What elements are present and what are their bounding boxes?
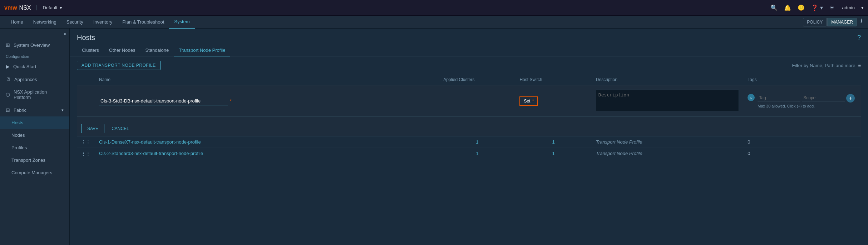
manager-button[interactable]: MANAGER [827, 18, 857, 26]
edit-row-host-switch-cell: Set * [515, 85, 591, 117]
bell-icon[interactable]: 🔔 [784, 4, 791, 11]
top-nav-bar: vmw NSX Default ▾ 🔍 🔔 🙂 ❓ ▾ ☀ admin ▾ [0, 0, 868, 16]
name-input[interactable] [99, 97, 228, 105]
sidebar-item-compute-managers[interactable]: Compute Managers [0, 166, 69, 179]
sidebar-label-nodes: Nodes [11, 132, 25, 138]
add-transport-node-profile-button[interactable]: ADD TRANSPORT NODE PROFILE [77, 61, 161, 70]
set-required-star: * [532, 99, 534, 104]
filter-placeholder: Filter by Name, Path and more [792, 63, 855, 68]
sidebar-label-appliances: Appliances [14, 77, 37, 82]
menu-bar: Home Networking Security Inventory Plan … [0, 16, 868, 29]
sidebar-item-quick-start[interactable]: ▶ Quick Start [0, 60, 69, 73]
row2-host-switch: 1 [515, 148, 591, 159]
col-header-description: Description [592, 74, 743, 85]
sidebar-label-system-overview: System Overview [14, 42, 50, 48]
name-required-star: * [230, 98, 232, 104]
action-buttons-cell: SAVE CANCEL [77, 117, 861, 136]
filter-area: Filter by Name, Path and more ≡ [792, 63, 861, 68]
product-label: NSX [19, 5, 31, 11]
sidebar-item-transport-zones[interactable]: Transport Zones [0, 154, 69, 166]
row1-name[interactable]: Cls-1-DenseX7-nsx-default-transport-node… [95, 136, 439, 148]
nsx-app-icon: ⬡ [6, 92, 10, 98]
sidebar-item-appliances[interactable]: 🖥 Appliances [0, 73, 69, 86]
row2-description: Transport Node Profile [592, 148, 743, 159]
menu-security[interactable]: Security [61, 16, 88, 29]
quick-start-icon: ▶ [6, 64, 10, 69]
table-edit-row: * Set * [77, 85, 861, 117]
edit-row-tags-cell: ○ + Max 30 allowed. Click (+) to add. [743, 85, 861, 117]
menu-plan[interactable]: Plan & Troubleshoot [117, 16, 169, 29]
filter-icon[interactable]: ≡ [858, 63, 861, 68]
add-tag-button[interactable]: + [846, 94, 855, 102]
system-overview-icon: ⊞ [6, 42, 10, 48]
row2-tags: 0 [743, 148, 861, 159]
sidebar-label-profiles: Profiles [11, 145, 27, 150]
scope-input[interactable] [802, 95, 845, 101]
tag-input[interactable] [758, 95, 800, 101]
menu-system[interactable]: System [169, 16, 194, 29]
edit-row-name-cell: * [95, 85, 439, 117]
policy-button[interactable]: POLICY [803, 18, 827, 26]
row2-applied: 1 [439, 148, 515, 159]
fabric-icon: ⊟ [6, 107, 10, 113]
tag-circle-icon: ○ [748, 94, 755, 101]
content-area: Hosts ? Clusters Other Nodes Standalone … [70, 29, 868, 245]
sidebar-item-system-overview[interactable]: ⊞ System Overview [0, 39, 69, 51]
admin-label[interactable]: admin [842, 5, 855, 10]
sidebar-item-nsx-app-platform[interactable]: ⬡ NSX Application Platform [0, 86, 69, 104]
tab-clusters[interactable]: Clusters [77, 45, 104, 56]
fabric-expand-icon: ▾ [61, 108, 64, 112]
sidebar-item-profiles[interactable]: Profiles [0, 141, 69, 154]
main-layout: « ⊞ System Overview Configuration ▶ Quic… [0, 29, 868, 245]
col-header-tags: Tags [743, 74, 861, 85]
set-host-switch-button[interactable]: Set * [519, 96, 538, 106]
sidebar-collapse-area: « [0, 29, 69, 39]
sidebar-label-hosts: Hosts [11, 120, 23, 125]
sidebar: « ⊞ System Overview Configuration ▶ Quic… [0, 29, 70, 245]
menu-networking[interactable]: Networking [28, 16, 61, 29]
env-chevron-icon: ▾ [60, 5, 62, 10]
sidebar-label-fabric: Fabric [14, 108, 26, 113]
help-icon[interactable]: ❓ ▾ [811, 4, 823, 11]
vmware-logo: vmw [4, 5, 17, 11]
row1-menu[interactable]: ⋮⋮ [77, 136, 95, 148]
sidebar-item-fabric[interactable]: ⊟ Fabric ▾ [0, 104, 69, 116]
page-title: Hosts [77, 34, 95, 42]
menu-home[interactable]: Home [6, 16, 28, 29]
tab-transport-node-profile[interactable]: Transport Node Profile [174, 45, 230, 56]
smiley-icon[interactable]: 🙂 [798, 4, 805, 11]
content-header: Hosts ? [70, 29, 868, 42]
sidebar-item-nodes[interactable]: Nodes [0, 129, 69, 141]
row2-name[interactable]: Cls-2-Standard3-nsx-default-transport-no… [95, 148, 439, 159]
col-header-menu [77, 74, 95, 85]
search-icon[interactable]: 🔍 [770, 4, 778, 11]
env-selector[interactable]: Default ▾ [36, 5, 64, 10]
row1-host-switch: 1 [515, 136, 591, 148]
sidebar-item-hosts[interactable]: Hosts [0, 116, 69, 129]
edit-row-menu-cell [77, 85, 95, 117]
cancel-button[interactable]: CANCEL [108, 124, 133, 133]
save-button[interactable]: SAVE [81, 124, 104, 133]
sun-icon[interactable]: ☀ [829, 4, 834, 11]
col-header-host-switch: Host Switch [515, 74, 591, 85]
table-row: ⋮⋮ Cls-1-DenseX7-nsx-default-transport-n… [77, 136, 861, 148]
sidebar-collapse-button[interactable]: « [64, 31, 66, 36]
tab-standalone[interactable]: Standalone [140, 45, 174, 56]
page-help-icon[interactable]: ? [857, 34, 861, 41]
table-container: Name Applied Clusters Host Switch Descri… [70, 74, 868, 159]
menu-inventory[interactable]: Inventory [88, 16, 117, 29]
table-header: Name Applied Clusters Host Switch Descri… [77, 74, 861, 85]
row1-description: Transport Node Profile [592, 136, 743, 148]
sidebar-label-nsx-app: NSX Application Platform [14, 89, 64, 100]
tab-other-nodes[interactable]: Other Nodes [104, 45, 140, 56]
toolbar: ADD TRANSPORT NODE PROFILE Filter by Nam… [70, 56, 868, 74]
row2-menu[interactable]: ⋮⋮ [77, 148, 95, 159]
info-icon[interactable]: ℹ [860, 18, 862, 26]
transport-profiles-table: Name Applied Clusters Host Switch Descri… [77, 74, 861, 159]
table-row: ⋮⋮ Cls-2-Standard3-nsx-default-transport… [77, 148, 861, 159]
col-header-applied: Applied Clusters [439, 74, 515, 85]
max-tags-note: Max 30 allowed. Click (+) to add. [758, 104, 855, 108]
edit-row-applied-cell [439, 85, 515, 117]
description-textarea[interactable] [596, 90, 739, 111]
tabs-bar: Clusters Other Nodes Standalone Transpor… [70, 45, 868, 56]
